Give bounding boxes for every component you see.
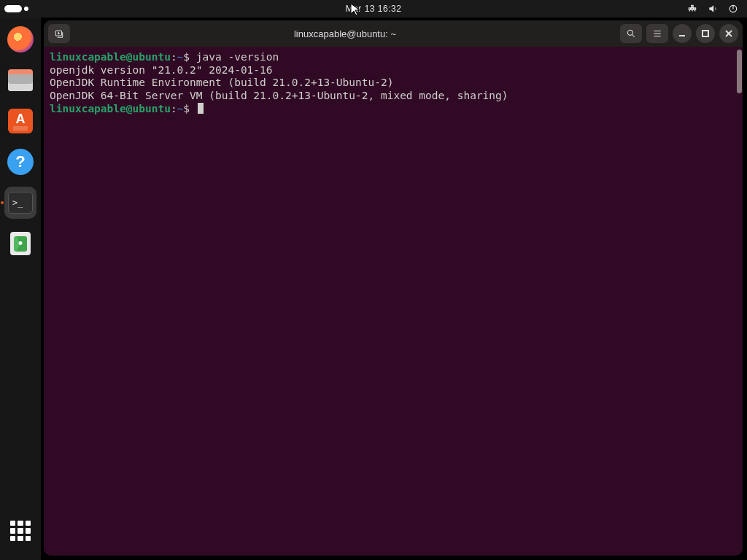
minimize-button[interactable]	[673, 24, 692, 43]
terminal-line: linuxcapable@ubuntu:~$	[50, 103, 737, 116]
terminal-window: linuxcapable@ubuntu: ~ linuxcapable@ubun…	[44, 20, 743, 556]
svg-rect-3	[703, 31, 708, 36]
apps-grid-icon	[10, 521, 31, 541]
help-icon: ?	[7, 149, 34, 175]
dock-item-help[interactable]: ?	[4, 146, 36, 178]
firefox-icon	[7, 26, 34, 52]
top-panel: Mar 13 16:32	[0, 0, 747, 18]
volume-icon[interactable]	[708, 4, 718, 14]
files-icon	[8, 69, 33, 91]
activities-button[interactable]	[4, 5, 22, 12]
software-icon	[8, 109, 33, 133]
dock-item-terminal[interactable]: >_	[4, 187, 36, 219]
dock-item-trash[interactable]	[4, 228, 36, 260]
scrollbar-thumb[interactable]	[737, 50, 742, 93]
svg-point-2	[627, 30, 632, 35]
dock-item-files[interactable]	[4, 64, 36, 96]
dock-item-software[interactable]	[4, 105, 36, 137]
terminal-viewport[interactable]: linuxcapable@ubuntu:~$ java -versionopen…	[44, 47, 743, 556]
hamburger-menu-button[interactable]	[646, 24, 668, 43]
terminal-line: openjdk version "21.0.2" 2024-01-16	[50, 64, 737, 77]
power-icon[interactable]	[728, 4, 738, 14]
window-title: linuxcapable@ubuntu: ~	[74, 28, 616, 39]
mouse-cursor-icon	[350, 3, 360, 19]
dock-item-firefox[interactable]	[4, 23, 36, 55]
trash-icon	[10, 232, 31, 255]
terminal-line: linuxcapable@ubuntu:~$ java -version	[50, 51, 737, 64]
terminal-cursor	[198, 103, 204, 114]
search-button[interactable]	[620, 24, 642, 43]
window-titlebar[interactable]: linuxcapable@ubuntu: ~	[44, 20, 743, 47]
dock: ? >_	[0, 18, 41, 560]
maximize-button[interactable]	[696, 24, 715, 43]
close-button[interactable]	[719, 24, 738, 43]
terminal-line: OpenJDK 64-Bit Server VM (build 21.0.2+1…	[50, 90, 737, 103]
network-icon[interactable]	[687, 4, 697, 14]
terminal-line: OpenJDK Runtime Environment (build 21.0.…	[50, 77, 737, 90]
show-applications-button[interactable]	[4, 515, 36, 547]
new-tab-button[interactable]	[48, 24, 70, 43]
terminal-icon: >_	[8, 192, 33, 214]
system-tray	[687, 4, 747, 14]
